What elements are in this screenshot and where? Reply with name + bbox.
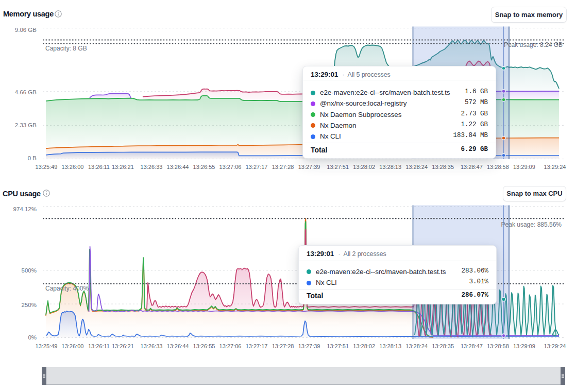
- svg-text:974.12%: 974.12%: [13, 206, 37, 212]
- svg-text:13:26:21: 13:26:21: [112, 164, 134, 170]
- svg-text:13:28:35: 13:28:35: [432, 164, 454, 170]
- svg-text:Peak usage: 8.24 GB: Peak usage: 8.24 GB: [504, 41, 563, 48]
- svg-text:13:28:02: 13:28:02: [353, 164, 375, 170]
- svg-text:13:28:58: 13:28:58: [487, 164, 509, 170]
- svg-text:0 B: 0 B: [28, 155, 37, 161]
- svg-text:13:27:17: 13:27:17: [246, 164, 268, 170]
- svg-text:0%: 0%: [28, 334, 37, 340]
- svg-text:13:28:24: 13:28:24: [405, 164, 428, 170]
- svg-text:13:26:44: 13:26:44: [167, 343, 189, 349]
- svg-text:9.06 GB: 9.06 GB: [15, 27, 37, 33]
- svg-text:13:28:47: 13:28:47: [461, 164, 483, 170]
- svg-text:13:26:55: 13:26:55: [193, 164, 215, 170]
- svg-text:13:25:49: 13:25:49: [36, 164, 58, 170]
- svg-text:250%: 250%: [22, 302, 37, 308]
- svg-text:13:27:06: 13:27:06: [219, 164, 242, 170]
- svg-text:13:27:17: 13:27:17: [246, 343, 268, 349]
- svg-text:13:28:24: 13:28:24: [405, 343, 428, 349]
- svg-text:13:26:00: 13:26:00: [62, 164, 84, 170]
- svg-text:13:26:55: 13:26:55: [193, 343, 215, 349]
- svg-text:13:26:44: 13:26:44: [167, 164, 189, 170]
- svg-text:13:26:00: 13:26:00: [62, 343, 84, 349]
- svg-text:13:27:28: 13:27:28: [272, 343, 294, 349]
- svg-text:13:27:28: 13:27:28: [272, 164, 294, 170]
- svg-text:13:27:39: 13:27:39: [298, 343, 320, 349]
- svg-text:4.66 GB: 4.66 GB: [15, 89, 37, 95]
- svg-text:13:26:33: 13:26:33: [141, 164, 163, 170]
- svg-text:Peak usage: 885.56%: Peak usage: 885.56%: [501, 221, 562, 228]
- svg-text:13:26:21: 13:26:21: [112, 343, 134, 349]
- svg-text:13:29:24: 13:29:24: [544, 164, 566, 170]
- svg-text:13:28:13: 13:28:13: [379, 343, 401, 349]
- svg-text:13:28:58: 13:28:58: [487, 343, 509, 349]
- svg-text:13:28:47: 13:28:47: [461, 343, 483, 349]
- svg-text:2.33 GB: 2.33 GB: [15, 122, 37, 128]
- svg-text:13:27:51: 13:27:51: [327, 164, 349, 170]
- svg-text:Capacity: 8 GB: Capacity: 8 GB: [45, 45, 87, 52]
- svg-text:13:26:11: 13:26:11: [88, 343, 110, 349]
- svg-text:13:26:11: 13:26:11: [88, 164, 110, 170]
- svg-text:13:27:06: 13:27:06: [219, 343, 242, 349]
- svg-text:Capacity: 400%: Capacity: 400%: [45, 285, 89, 292]
- svg-text:13:29:09: 13:29:09: [513, 343, 535, 349]
- svg-text:13:27:39: 13:27:39: [298, 164, 320, 170]
- svg-text:13:29:09: 13:29:09: [513, 164, 535, 170]
- svg-text:13:28:35: 13:28:35: [432, 343, 454, 349]
- svg-text:13:29:24: 13:29:24: [544, 343, 566, 349]
- svg-text:13:28:02: 13:28:02: [353, 343, 375, 349]
- svg-text:13:27:51: 13:27:51: [327, 343, 349, 349]
- svg-text:500%: 500%: [22, 267, 37, 274]
- svg-text:13:28:13: 13:28:13: [379, 164, 401, 170]
- svg-text:13:26:33: 13:26:33: [141, 343, 163, 349]
- svg-text:13:25:49: 13:25:49: [36, 343, 58, 349]
